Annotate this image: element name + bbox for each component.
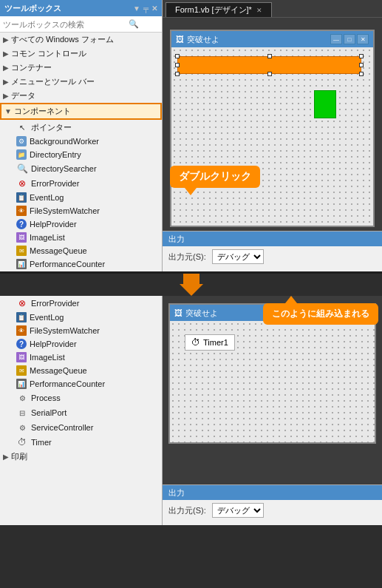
item-label: Process [31,393,61,402]
arrow-divider [0,274,382,296]
item-errorprovider-b[interactable]: ⊗ ErrorProvider [0,296,162,311]
toolbox-search-input[interactable] [3,20,129,29]
toolbox-controls: ▼ ╤ ✕ [133,4,157,13]
item-imagelist-b[interactable]: 🖼 ImageList [0,351,162,364]
toolbox-search-bar[interactable]: 🔍 [0,16,162,33]
category-menus[interactable]: ▶ メニューとツール バー [0,75,162,89]
output-label: 出力 [168,487,185,499]
output-panel: 出力 出力元(S): デバッグ [163,231,382,271]
item-errorprovider[interactable]: ⊗ ErrorProvider [0,176,162,191]
handle-tm[interactable] [267,54,272,58]
timer-icon: ⏱ [16,436,28,448]
item-pointer[interactable]: ↖ ポインター [0,120,162,135]
item-filesystemwatcher-b[interactable]: 👁 FileSystemWatcher [0,324,162,337]
item-eventlog-b[interactable]: 📋 EventLog [0,311,162,324]
item-label: MessageQueue [30,366,87,375]
watcher-icon: 👁 [16,325,27,336]
tab-close-icon[interactable]: ✕ [256,7,262,14]
item-label: HelpProvider [30,339,77,348]
output-label: 出力 [168,234,185,245]
handle-mr[interactable] [359,63,364,67]
arrow-icon: ▶ [3,92,9,100]
category-label: メニューとツール バー [11,76,95,87]
category-data[interactable]: ▶ データ [0,89,162,103]
item-label: HelpProvider [30,220,77,229]
item-performancecounter[interactable]: 📊 PerformanceCounter [0,257,162,271]
category-container[interactable]: ▶ コンテナー [0,61,162,75]
category-print-b[interactable]: ▶ 印刷 [0,450,162,464]
item-servicecontroller-b[interactable]: ⚙ ServiceController [0,420,162,435]
error-icon: ⊗ [16,178,28,189]
item-label: SerialPort [31,408,66,417]
main-wrapper: ツールボックス ▼ ╤ ✕ 🔍 ▶ すべての Windows フォーム [0,0,382,588]
item-helpprovider[interactable]: ? HelpProvider [0,217,162,231]
item-timer-b[interactable]: ⏱ Timer [0,435,162,450]
item-process-b[interactable]: ⚙ Process [0,391,162,405]
perf-icon: 📊 [16,259,27,269]
item-imagelist[interactable]: 🖼 ImageList [0,231,162,244]
arrow-icon: ▼ [4,107,12,115]
arrow-icon: ▶ [3,36,9,44]
maximize-btn[interactable]: □ [344,34,355,44]
item-directoryentry[interactable]: 📁 DirectoryEntry [0,148,162,161]
toolbox-pin-icon[interactable]: ▼ [133,4,140,13]
close-btn[interactable]: ✕ [357,34,369,44]
item-directorysearcher[interactable]: 🔍 DirectorySearcher [0,161,162,176]
toolbox-list: ▶ すべての Windows フォーム ▶ コモン コントロール ▶ コンテナー [0,33,162,271]
category-all-windows[interactable]: ▶ すべての Windows フォーム [0,33,162,47]
item-filesystemwatcher[interactable]: 👁 FileSystemWatcher [0,204,162,217]
item-performancecounter-b[interactable]: 📊 PerformanceCounter [0,377,162,391]
output-row: 出力元(S): デバッグ [163,246,382,267]
minimize-btn[interactable]: — [330,34,342,44]
category-common[interactable]: ▶ コモン コントロール [0,47,162,61]
output-source-select[interactable]: デバッグ [212,249,264,264]
handle-bl[interactable] [175,72,180,76]
search-icon: 🔍 [129,19,139,29]
item-label: BackgroundWorker [30,137,99,146]
item-eventlog[interactable]: 📋 EventLog [0,191,162,204]
service-icon: ⚙ [16,422,28,433]
item-helpprovider-b[interactable]: ? HelpProvider [0,337,162,351]
timer1-component[interactable]: ⏱ Timer1 [185,334,235,351]
item-backgroundworker[interactable]: ⚙ BackgroundWorker [0,135,162,148]
tab-label: Form1.vb [デザイン]* [175,4,252,16]
tab-form1[interactable]: Form1.vb [デザイン]* ✕ [166,2,272,17]
item-label: ポインター [31,122,72,133]
form-designer-bottom: 🖼 突破せよ — □ ✕ ⏱ Timer1 [163,296,382,525]
toolbox-close-icon[interactable]: ✕ [151,4,157,13]
item-messagequeue[interactable]: ✉ MessageQueue [0,244,162,257]
item-label: FileSystemWatcher [30,326,100,335]
form-title-icon: 🖼 [174,308,183,317]
category-components[interactable]: ▼ コンポーネント [0,103,162,120]
form-body-bottom: ⏱ Timer1 [170,321,375,442]
output-source-select-bottom[interactable]: デバッグ [212,503,264,518]
handle-br[interactable] [359,72,364,76]
handle-tr[interactable] [359,54,364,58]
form-title-icon: 🖼 [176,35,184,44]
form-content-bottom: 🖼 突破せよ — □ ✕ ⏱ Timer1 [163,296,382,484]
form-window: 🖼 突破せよ — □ ✕ [170,30,375,227]
top-panel: ツールボックス ▼ ╤ ✕ 🔍 ▶ すべての Windows フォーム [0,0,382,274]
item-label: Timer [31,438,52,447]
item-label: PerformanceCounter [30,379,105,388]
handle-bm[interactable] [267,72,272,76]
item-label: EventLog [30,193,64,202]
tooltip-doubleclick: ダブルクリック [170,166,260,188]
log-icon: 📋 [16,192,27,203]
item-label: DirectorySearcher [31,164,97,173]
handle-ml[interactable] [175,63,180,67]
item-messagequeue-b[interactable]: ✉ MessageQueue [0,364,162,377]
category-label: コモン コントロール [11,48,86,59]
handle-tl[interactable] [175,54,180,58]
green-control[interactable] [314,90,336,118]
item-serialport-b[interactable]: ⊟ SerialPort [0,405,162,420]
image-icon: 🖼 [16,232,27,243]
item-label: ServiceController [31,423,93,432]
form-content: 🖼 突破せよ — □ ✕ [163,18,382,231]
output-source-label: 出力元(S): [168,505,206,516]
window-controls: — □ ✕ [330,34,369,44]
category-label: コンポーネント [14,106,71,117]
toolbox-dock-icon[interactable]: ╤ [143,4,149,13]
item-process[interactable]: ⚙ Process [0,271,162,271]
output-title: 出力 [163,232,382,246]
